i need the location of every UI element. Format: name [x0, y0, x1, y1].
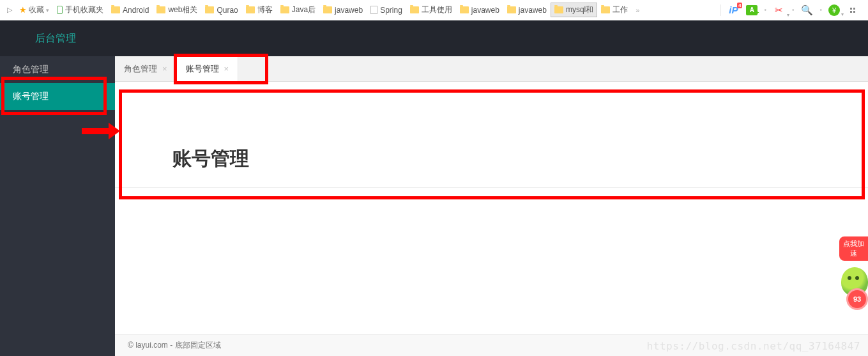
folder-icon	[323, 6, 332, 13]
browser-toolbar-right: iP4 A+ • ✂▾ • 🔍 • ¥▾	[720, 4, 864, 17]
separator	[720, 4, 720, 16]
phone-icon	[57, 6, 63, 14]
bookmarks-overflow[interactable]: »	[636, 6, 639, 14]
folder-icon	[507, 6, 516, 13]
bookmark-label: 工作	[613, 4, 628, 15]
bookmark-label: mysql和	[566, 4, 593, 15]
bookmark-item[interactable]: javaweb	[456, 4, 503, 17]
separator: •	[819, 6, 822, 13]
bookmark-label: Qurao	[217, 6, 238, 15]
bookmark-item[interactable]: mysql和	[551, 3, 597, 17]
page-icon	[370, 6, 377, 14]
separator: •	[792, 6, 795, 13]
folder-icon	[601, 6, 610, 13]
bookmark-item[interactable]: web相关	[153, 3, 201, 17]
folder-icon	[205, 6, 214, 13]
sidebar: 角色管理账号管理	[0, 56, 115, 356]
tab-label: 角色管理	[124, 63, 157, 75]
admin-app: 后台管理 角色管理账号管理 角色管理×账号管理× 账号管理 © layui.co…	[0, 20, 868, 356]
bookmark-label: javaweb	[335, 6, 363, 15]
wallet-icon[interactable]: ¥▾	[828, 4, 840, 16]
folder-icon	[460, 6, 469, 13]
bookmark-label: Spring	[380, 6, 402, 15]
folder-icon	[246, 6, 255, 13]
bookmark-item[interactable]: 博客	[242, 3, 277, 17]
content-area: 账号管理	[115, 82, 868, 334]
bookmark-label: javaweb	[471, 6, 499, 15]
separator: •	[764, 6, 766, 13]
tab[interactable]: 角色管理×	[115, 56, 177, 81]
screenshot-icon[interactable]: ✂▾	[773, 4, 786, 17]
favorites-label: 收藏	[29, 4, 44, 15]
bookmark-item[interactable]: 手机收藏夹	[53, 3, 107, 17]
bookmark-item[interactable]: Java后	[277, 3, 319, 17]
close-icon[interactable]: ×	[224, 64, 229, 74]
bookmark-label: javaweb	[519, 6, 547, 15]
search-icon[interactable]: 🔍	[800, 4, 813, 17]
tab[interactable]: 账号管理×	[177, 56, 239, 81]
bookmark-label: 博客	[257, 4, 273, 15]
divider	[115, 187, 868, 188]
bookmark-item[interactable]: javaweb	[319, 4, 367, 17]
bookmark-item[interactable]: Qurao	[201, 4, 241, 17]
annotation-arrow	[82, 128, 110, 134]
bookmark-item[interactable]: 工具使用	[406, 3, 456, 17]
folder-icon	[554, 6, 563, 13]
accelerator-widget[interactable]: 点我加速 93	[839, 236, 868, 296]
app-title: 后台管理	[35, 32, 76, 45]
close-icon[interactable]: ×	[162, 64, 167, 74]
main-area: 角色管理×账号管理× 账号管理 © layui.com - 底部固定区域	[115, 56, 868, 356]
nav-back-icon[interactable]: ▷	[4, 4, 15, 16]
bookmark-item[interactable]: Android	[107, 4, 153, 17]
tab-bar: 角色管理×账号管理×	[115, 56, 868, 82]
extension-translate-icon[interactable]: A+	[746, 5, 758, 15]
folder-icon	[410, 6, 419, 13]
bookmark-item[interactable]: Spring	[367, 4, 406, 17]
notification-badge: 4	[737, 3, 742, 8]
favorites-menu[interactable]: ★ 收藏 ▾	[19, 4, 49, 15]
folder-icon	[280, 6, 289, 13]
apps-grid-icon[interactable]	[846, 4, 859, 17]
bookmark-label: 工具使用	[422, 4, 452, 15]
folder-icon	[156, 6, 165, 13]
star-icon: ★	[19, 5, 27, 15]
score-badge: 93	[846, 288, 868, 310]
chevron-down-icon: ▾	[46, 7, 49, 13]
bookmark-item[interactable]: javaweb	[503, 4, 551, 17]
app-header: 后台管理	[0, 20, 868, 56]
bookmark-label: Java后	[292, 4, 316, 15]
accelerate-button[interactable]: 点我加速	[839, 236, 868, 261]
sidebar-item[interactable]: 角色管理	[0, 56, 115, 83]
folder-icon	[111, 6, 120, 13]
mascot-icon: 93	[841, 267, 868, 296]
bookmark-label: Android	[123, 6, 149, 15]
sidebar-item[interactable]: 账号管理	[0, 83, 115, 110]
app-body: 角色管理账号管理 角色管理×账号管理× 账号管理 © layui.com - 底…	[0, 56, 868, 356]
browser-bookmark-bar: ▷ ★ 收藏 ▾ 手机收藏夹Androidweb相关Qurao博客Java后ja…	[0, 0, 868, 20]
bookmark-item[interactable]: 工作	[597, 3, 632, 17]
bookmark-label: web相关	[168, 4, 197, 15]
watermark-text: https://blog.csdn.net/qq_37164847	[647, 340, 860, 352]
extension-p-icon[interactable]: iP4	[727, 4, 740, 17]
tab-label: 账号管理	[186, 63, 219, 75]
bookmark-label: 手机收藏夹	[65, 4, 103, 15]
page-heading: 账号管理	[172, 146, 868, 172]
